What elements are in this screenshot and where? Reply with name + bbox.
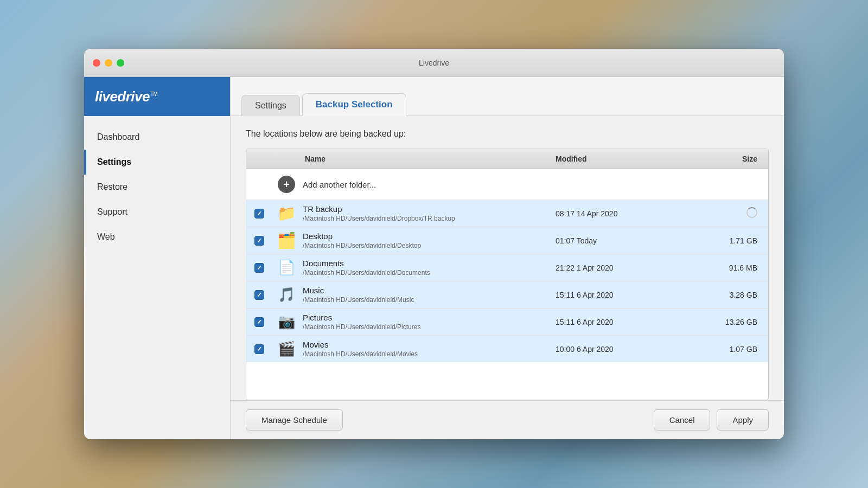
checkbox-cell-pictures (246, 317, 272, 327)
folder-name: Documents (303, 259, 551, 268)
folder-path: /Macintosh HD/Users/davidnield/Pictures (303, 323, 551, 331)
manage-schedule-button[interactable]: Manage Schedule (246, 409, 343, 431)
add-folder-label: Add another folder... (301, 180, 551, 189)
folder-name: Desktop (303, 232, 551, 241)
modified-cell-movies: 10:00 6 Apr 2020 (551, 345, 681, 354)
main-area: livedriveTM Dashboard Settings Restore S… (84, 77, 784, 439)
header-modified: Modified (551, 155, 681, 163)
modified-cell-documents: 21:22 1 Apr 2020 (551, 264, 681, 272)
content-area: Settings Backup Selection The locations … (231, 77, 784, 439)
checkbox-movies[interactable] (254, 344, 264, 354)
sidebar: livedriveTM Dashboard Settings Restore S… (84, 77, 231, 439)
checkbox-cell-music (246, 290, 272, 300)
tab-settings[interactable]: Settings (241, 95, 300, 116)
checkbox-cell-documents (246, 263, 272, 273)
checkbox-documents[interactable] (254, 263, 264, 273)
name-cell-pictures: Pictures /Macintosh HD/Users/davidnield/… (301, 313, 551, 331)
sidebar-item-restore[interactable]: Restore (84, 175, 230, 200)
sidebar-nav: Dashboard Settings Restore Support Web (84, 116, 230, 258)
icon-cell-tr-backup: 📁 (272, 204, 301, 222)
header-name: Name (301, 155, 551, 163)
document-icon: 📄 (278, 259, 295, 276)
icon-cell-pictures: 📷 (272, 313, 301, 330)
table-row: 📁 TR backup /Macintosh HD/Users/davidnie… (246, 200, 768, 227)
folder-path: /Macintosh HD/Users/davidnield/Documents (303, 269, 551, 277)
footer-right-buttons: Cancel Apply (654, 409, 769, 431)
close-button[interactable] (93, 59, 100, 67)
sidebar-item-web[interactable]: Web (84, 224, 230, 249)
tab-backup-selection[interactable]: Backup Selection (302, 93, 406, 116)
folder-path: /Macintosh HD/Users/davidnield/Desktop (303, 242, 551, 249)
checkbox-cell-movies (246, 344, 272, 354)
sidebar-item-support[interactable]: Support (84, 200, 230, 224)
camera-icon: 📷 (278, 313, 295, 330)
checkbox-music[interactable] (254, 290, 264, 300)
folder-path: /Macintosh HD/Users/davidnield/Movies (303, 350, 551, 358)
logo-area: livedriveTM (84, 77, 230, 116)
movie-icon: 🎬 (278, 341, 295, 357)
icon-cell-movies: 🎬 (272, 341, 301, 357)
checkbox-cell-desktop (246, 236, 272, 246)
content-description: The locations below are being backed up: (246, 129, 769, 139)
table-row: 📄 Documents /Macintosh HD/Users/davidnie… (246, 254, 768, 281)
icon-cell-music: 🎵 (272, 286, 301, 303)
size-cell-documents: 91.6 MB (681, 264, 768, 272)
size-cell-movies: 1.07 GB (681, 345, 768, 354)
name-cell-tr-backup: TR backup /Macintosh HD/Users/davidnield… (301, 204, 551, 222)
window-title: Livedrive (419, 59, 449, 67)
modified-cell-tr-backup: 08:17 14 Apr 2020 (551, 209, 681, 218)
table-header: Name Modified Size (246, 149, 768, 169)
checkbox-cell-tr-backup (246, 209, 272, 219)
modified-cell-desktop: 01:07 Today (551, 236, 681, 245)
modified-cell-music: 15:11 6 Apr 2020 (551, 291, 681, 299)
loading-spinner (746, 207, 757, 218)
table-row: 🎵 Music /Macintosh HD/Users/davidnield/M… (246, 281, 768, 309)
header-checkbox-col (246, 155, 272, 163)
table-row: 🎬 Movies /Macintosh HD/Users/davidnield/… (246, 336, 768, 362)
folder-icon: 📁 (277, 204, 296, 222)
logo-text: livedriveTM (95, 88, 157, 105)
folder-path: /Macintosh HD/Users/davidnield/Dropbox/T… (303, 215, 551, 222)
footer: Manage Schedule Cancel Apply (231, 400, 784, 439)
size-cell-tr-backup (681, 207, 768, 220)
size-cell-desktop: 1.71 GB (681, 236, 768, 245)
checkbox-pictures[interactable] (254, 317, 264, 327)
header-icon-col (272, 155, 301, 163)
checkbox-desktop[interactable] (254, 236, 264, 246)
modified-cell-pictures: 15:11 6 Apr 2020 (551, 318, 681, 326)
add-circle-icon: + (278, 176, 295, 193)
content-body: The locations below are being backed up:… (231, 116, 784, 400)
maximize-button[interactable] (117, 59, 124, 67)
add-folder-row[interactable]: + Add another folder... (246, 169, 768, 200)
folder-name: Movies (303, 340, 551, 349)
music-icon: 🎵 (278, 286, 295, 303)
icon-cell-documents: 📄 (272, 259, 301, 276)
app-window: Livedrive livedriveTM Dashboard Settings… (84, 49, 784, 439)
window-controls (93, 59, 124, 67)
sidebar-item-settings[interactable]: Settings (84, 150, 230, 175)
minimize-button[interactable] (105, 59, 112, 67)
sidebar-item-dashboard[interactable]: Dashboard (84, 125, 230, 150)
name-cell-documents: Documents /Macintosh HD/Users/davidnield… (301, 259, 551, 277)
size-cell-music: 3.28 GB (681, 291, 768, 299)
checkbox-tr-backup[interactable] (254, 209, 264, 219)
folder-name: Music (303, 286, 551, 295)
table-row: 🗂️ Desktop /Macintosh HD/Users/davidniel… (246, 227, 768, 254)
name-cell-music: Music /Macintosh HD/Users/davidnield/Mus… (301, 286, 551, 304)
folder-name: Pictures (303, 313, 551, 322)
table-row: 📷 Pictures /Macintosh HD/Users/davidniel… (246, 309, 768, 336)
size-cell-pictures: 13.26 GB (681, 318, 768, 326)
icon-cell-desktop: 🗂️ (272, 232, 301, 249)
folder-image-icon: 🗂️ (277, 232, 296, 249)
table-body: + Add another folder... (246, 169, 768, 400)
titlebar: Livedrive (84, 49, 784, 77)
backup-table: Name Modified Size + Add another folder.… (246, 149, 769, 400)
folder-path: /Macintosh HD/Users/davidnield/Music (303, 296, 551, 304)
name-cell-desktop: Desktop /Macintosh HD/Users/davidnield/D… (301, 232, 551, 249)
cancel-button[interactable]: Cancel (654, 409, 711, 431)
tabbar: Settings Backup Selection (231, 77, 784, 116)
add-folder-icon-cell: + (272, 176, 301, 193)
header-size: Size (681, 155, 768, 163)
apply-button[interactable]: Apply (717, 409, 769, 431)
name-cell-movies: Movies /Macintosh HD/Users/davidnield/Mo… (301, 340, 551, 358)
